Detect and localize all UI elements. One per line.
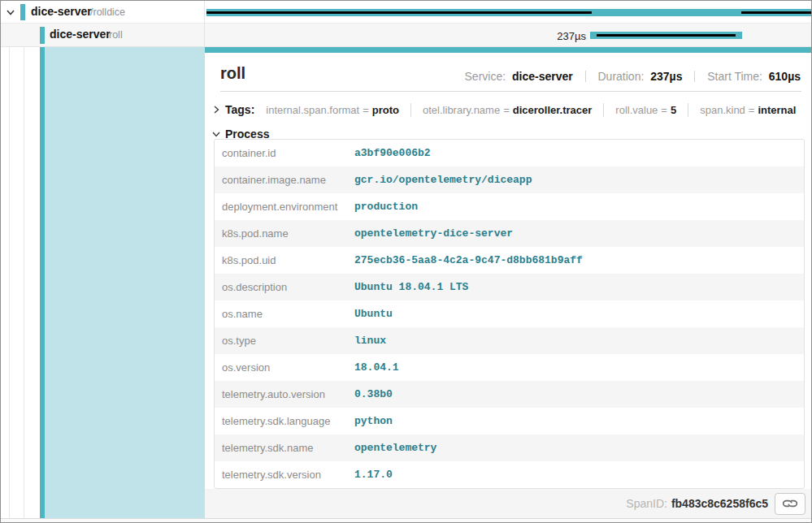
span-detail-footer: SpanID: fb483c8c6258f6c5 bbox=[205, 489, 811, 518]
table-row: telemetry.auto.version0.38b0 bbox=[215, 381, 804, 408]
span-operation-name: /rolldice bbox=[90, 6, 125, 18]
tag-value: diceroller.tracer bbox=[513, 104, 593, 116]
start-time-value: 610µs bbox=[769, 70, 801, 83]
table-row: os.descriptionUbuntu 18.04.1 LTS bbox=[215, 274, 804, 300]
process-value: 275ecb36-5aa8-4c2a-9c47-d8bb681b9aff bbox=[354, 254, 583, 266]
equals-sign: = bbox=[749, 104, 755, 116]
critical-path-segment bbox=[206, 11, 592, 14]
chevron-down-icon[interactable] bbox=[5, 6, 18, 18]
link-icon bbox=[782, 498, 798, 509]
selected-span-highlight bbox=[45, 47, 205, 518]
table-row: os.nameUbuntu bbox=[215, 300, 804, 327]
table-row: k8s.pod.uid275ecb36-5aa8-4c2a-9c47-d8bb6… bbox=[215, 247, 804, 274]
process-value: gcr.io/opentelemetry/diceapp bbox=[354, 174, 532, 186]
span-id-value: fb483c8c6258f6c5 bbox=[671, 497, 768, 510]
detail-accent-band bbox=[205, 47, 811, 53]
overview-divider bbox=[585, 71, 586, 82]
process-key: deployment.environment bbox=[215, 201, 354, 213]
title-divider bbox=[220, 91, 801, 92]
span-color-chip bbox=[20, 4, 25, 20]
duration-value: 237µs bbox=[650, 70, 682, 83]
critical-path-segment bbox=[741, 11, 811, 14]
equals-sign: = bbox=[363, 104, 369, 116]
process-value: opentelemetry-dice-server bbox=[354, 227, 513, 240]
process-key: telemetry.sdk.language bbox=[215, 415, 354, 427]
process-value: python bbox=[354, 415, 393, 427]
span-operation-name: roll bbox=[109, 29, 123, 41]
process-value: Ubuntu bbox=[354, 308, 393, 320]
process-value: 18.04.1 bbox=[354, 361, 399, 374]
tag-key: span.kind bbox=[700, 104, 745, 116]
chevron-right-icon bbox=[211, 104, 222, 115]
trace-timeline-window: dice-server /rolldice dice-server roll 2… bbox=[0, 0, 812, 523]
equals-sign: = bbox=[503, 104, 510, 116]
overview-divider bbox=[694, 71, 695, 82]
span-id-label: SpanID: bbox=[626, 497, 667, 510]
process-key: os.name bbox=[215, 308, 354, 320]
process-value: 0.38b0 bbox=[354, 388, 393, 400]
process-key: os.version bbox=[215, 361, 354, 374]
process-key: k8s.pod.name bbox=[215, 227, 354, 240]
process-value: Ubuntu 18.04.1 LTS bbox=[354, 281, 468, 293]
start-time-label: Start Time: bbox=[707, 70, 762, 83]
critical-path-segment bbox=[597, 34, 736, 37]
process-key: os.description bbox=[215, 281, 354, 293]
table-row: os.version18.04.1 bbox=[215, 354, 804, 381]
bottom-gutter bbox=[1, 518, 811, 522]
table-row: telemetry.sdk.nameopentelemetry bbox=[215, 434, 804, 461]
table-row: os.typelinux bbox=[215, 327, 804, 354]
tag-summary-item: internal.span.format=proto bbox=[266, 104, 399, 116]
service-label: Service: bbox=[465, 70, 506, 83]
tags-label: Tags: bbox=[225, 103, 254, 116]
table-row: telemetry.sdk.version1.17.0 bbox=[215, 461, 804, 488]
process-table: container.ida3bf90e006b2 container.image… bbox=[214, 139, 805, 489]
tag-key: otel.library.name bbox=[423, 104, 500, 116]
table-row: k8s.pod.nameopentelemetry-dice-server bbox=[215, 220, 804, 247]
tag-summary-item: otel.library.name=diceroller.tracer bbox=[423, 104, 592, 116]
process-key: os.type bbox=[215, 335, 354, 347]
process-key: telemetry.sdk.version bbox=[215, 469, 354, 481]
span-detail-panel: roll Service: dice-server Duration: 237µ… bbox=[205, 53, 811, 518]
process-key: telemetry.sdk.name bbox=[215, 442, 354, 454]
gutter-divider bbox=[24, 1, 24, 518]
span-color-chip bbox=[40, 27, 45, 44]
tag-value: 5 bbox=[671, 104, 676, 116]
process-value: production bbox=[354, 201, 418, 213]
tag-value: internal bbox=[758, 104, 796, 116]
process-key: telemetry.auto.version bbox=[215, 388, 354, 400]
tags-accordion-header[interactable]: Tags: internal.span.format=proto otel.li… bbox=[211, 98, 796, 121]
span-overview: Service: dice-server Duration: 237µs Sta… bbox=[465, 70, 801, 83]
span-service-name: dice-server bbox=[50, 28, 111, 41]
name-column-divider bbox=[204, 1, 205, 47]
process-key: container.id bbox=[215, 147, 354, 159]
gutter-divider bbox=[9, 1, 10, 518]
equals-sign: = bbox=[661, 104, 667, 116]
table-row: deployment.environmentproduction bbox=[215, 193, 804, 220]
tag-summary-item: span.kind=internal bbox=[700, 104, 796, 116]
table-row: container.ida3bf90e006b2 bbox=[215, 140, 804, 166]
tag-divider bbox=[688, 103, 688, 117]
duration-label: Duration: bbox=[598, 70, 645, 83]
process-value: 1.17.0 bbox=[354, 469, 393, 481]
tag-summary-item: roll.value=5 bbox=[615, 104, 676, 116]
process-value: a3bf90e006b2 bbox=[354, 147, 431, 159]
span-duration-label: 237µs bbox=[521, 30, 586, 42]
table-row: container.image.namegcr.io/opentelemetry… bbox=[215, 166, 804, 193]
tag-divider bbox=[603, 103, 604, 117]
span-service-name: dice-server bbox=[31, 5, 92, 18]
process-value: opentelemetry bbox=[354, 442, 436, 454]
tag-key: internal.span.format bbox=[266, 104, 359, 116]
tag-key: roll.value bbox=[615, 104, 658, 116]
deep-link-button[interactable] bbox=[775, 493, 805, 515]
service-value: dice-server bbox=[512, 70, 573, 83]
process-key: k8s.pod.uid bbox=[215, 254, 354, 266]
process-value: linux bbox=[354, 335, 386, 347]
tag-value: proto bbox=[372, 104, 399, 116]
table-row: telemetry.sdk.languagepython bbox=[215, 408, 804, 434]
process-key: container.image.name bbox=[215, 174, 354, 186]
tag-divider bbox=[410, 103, 411, 117]
span-detail-title: roll bbox=[220, 64, 245, 83]
chevron-down-icon bbox=[211, 128, 222, 140]
